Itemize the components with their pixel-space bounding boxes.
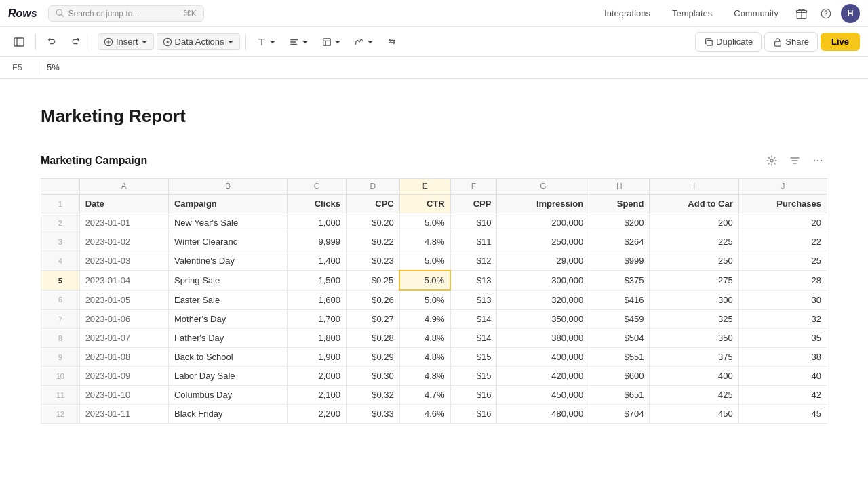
cpc-cell[interactable]: $0.29 (346, 348, 399, 367)
table-row[interactable]: 2 2023-01-01 New Year's Sale 1,000 $0.20… (41, 214, 827, 232)
clicks-col-header[interactable]: Clicks (287, 195, 346, 214)
toggle-sidebar-button[interactable] (8, 34, 30, 50)
ctr-col-header[interactable]: CTR (399, 195, 450, 214)
impression-cell[interactable]: 200,000 (497, 214, 589, 232)
impression-cell[interactable]: 300,000 (497, 270, 589, 290)
col-header-g[interactable]: G (497, 179, 589, 195)
col-header-d[interactable]: D (346, 179, 399, 195)
addtocar-cell[interactable]: 250 (650, 251, 738, 271)
campaign-cell[interactable]: Valentine's Day (168, 251, 287, 271)
impression-cell[interactable]: 29,000 (497, 251, 589, 271)
table-row[interactable]: 7 2023-01-06 Mother's Day 1,700 $0.27 4.… (41, 310, 827, 329)
col-header-j[interactable]: J (738, 179, 827, 195)
impression-cell[interactable]: 250,000 (497, 232, 589, 251)
ctr-cell[interactable]: 4.8% (399, 329, 450, 348)
campaign-cell[interactable]: Easter Sale (168, 290, 287, 310)
addtocar-cell[interactable]: 275 (650, 270, 738, 290)
addtocar-cell[interactable]: 400 (650, 367, 738, 386)
ctr-cell[interactable]: 4.6% (399, 405, 450, 424)
table-row[interactable]: 3 2023-01-02 Winter Clearanc 9,999 $0.22… (41, 232, 827, 251)
date-cell[interactable]: 2023-01-10 (79, 386, 168, 405)
transform-button[interactable] (382, 35, 402, 49)
purchases-cell[interactable]: 25 (738, 251, 827, 271)
col-header-i[interactable]: I (650, 179, 738, 195)
spend-cell[interactable]: $264 (589, 232, 650, 251)
ctr-cell[interactable]: 5.0% (399, 290, 450, 310)
table-row[interactable]: 6 2023-01-05 Easter Sale 1,600 $0.26 5.0… (41, 290, 827, 310)
purchases-cell[interactable]: 22 (738, 232, 827, 251)
cpp-cell[interactable]: $14 (450, 329, 497, 348)
impression-cell[interactable]: 450,000 (497, 386, 589, 405)
cpc-cell[interactable]: $0.26 (346, 290, 399, 310)
spend-cell[interactable]: $504 (589, 329, 650, 348)
cpp-cell[interactable]: $15 (450, 348, 497, 367)
clicks-cell[interactable]: 9,999 (287, 232, 346, 251)
duplicate-button[interactable]: Duplicate (695, 32, 762, 52)
addtocar-col-header[interactable]: Add to Car (650, 195, 738, 214)
addtocar-cell[interactable]: 325 (650, 310, 738, 329)
ctr-cell[interactable]: 5.0% (399, 251, 450, 271)
impression-col-header[interactable]: Impression (497, 195, 589, 214)
purchases-cell[interactable]: 32 (738, 310, 827, 329)
clicks-cell[interactable]: 1,000 (287, 214, 346, 232)
col-header-e[interactable]: E (399, 179, 450, 195)
purchases-cell[interactable]: 45 (738, 405, 827, 424)
help-icon-btn[interactable] (816, 4, 835, 23)
addtocar-cell[interactable]: 375 (650, 348, 738, 367)
impression-cell[interactable]: 400,000 (497, 348, 589, 367)
col-header-c[interactable]: C (287, 179, 346, 195)
cpc-cell[interactable]: $0.22 (346, 232, 399, 251)
spend-cell[interactable]: $375 (589, 270, 650, 290)
cpc-cell[interactable]: $0.27 (346, 310, 399, 329)
ctr-cell[interactable]: 4.8% (399, 232, 450, 251)
date-cell[interactable]: 2023-01-09 (79, 367, 168, 386)
spend-cell[interactable]: $600 (589, 367, 650, 386)
addtocar-cell[interactable]: 300 (650, 290, 738, 310)
redo-button[interactable] (65, 34, 86, 49)
ctr-cell[interactable]: 4.9% (399, 310, 450, 329)
cpc-cell[interactable]: $0.20 (346, 214, 399, 232)
chart-button[interactable] (349, 35, 379, 49)
ctr-cell[interactable]: 5.0% (399, 270, 450, 290)
addtocar-cell[interactable]: 225 (650, 232, 738, 251)
campaign-cell[interactable]: New Year's Sale (168, 214, 287, 232)
spend-cell[interactable]: $459 (589, 310, 650, 329)
share-button[interactable]: Share (764, 32, 818, 52)
align-button[interactable] (284, 35, 314, 49)
date-cell[interactable]: 2023-01-02 (79, 232, 168, 251)
campaign-cell[interactable]: Back to School (168, 348, 287, 367)
date-cell[interactable]: 2023-01-05 (79, 290, 168, 310)
cpc-cell[interactable]: $0.25 (346, 270, 399, 290)
search-bar[interactable]: Search or jump to... ⌘K (48, 5, 204, 22)
impression-cell[interactable]: 320,000 (497, 290, 589, 310)
date-cell[interactable]: 2023-01-01 (79, 214, 168, 232)
purchases-cell[interactable]: 20 (738, 214, 827, 232)
spend-cell[interactable]: $651 (589, 386, 650, 405)
cpc-col-header[interactable]: CPC (346, 195, 399, 214)
cpp-cell[interactable]: $12 (450, 251, 497, 271)
date-cell[interactable]: 2023-01-06 (79, 310, 168, 329)
table-row[interactable]: 8 2023-01-07 Father's Day 1,800 $0.28 4.… (41, 329, 827, 348)
text-format-button[interactable] (252, 35, 281, 49)
clicks-cell[interactable]: 1,900 (287, 348, 346, 367)
clicks-cell[interactable]: 1,700 (287, 310, 346, 329)
purchases-cell[interactable]: 42 (738, 386, 827, 405)
cpp-cell[interactable]: $10 (450, 214, 497, 232)
cell-format-button[interactable] (317, 35, 347, 49)
avatar[interactable]: H (841, 4, 860, 23)
impression-cell[interactable]: 420,000 (497, 367, 589, 386)
campaign-cell[interactable]: Father's Day (168, 329, 287, 348)
cpp-col-header[interactable]: CPP (450, 195, 497, 214)
cpp-cell[interactable]: $15 (450, 367, 497, 386)
impression-cell[interactable]: 480,000 (497, 405, 589, 424)
purchases-cell[interactable]: 38 (738, 348, 827, 367)
cpp-cell[interactable]: $14 (450, 310, 497, 329)
spend-col-header[interactable]: Spend (589, 195, 650, 214)
col-header-a[interactable]: A (79, 179, 168, 195)
date-cell[interactable]: 2023-01-03 (79, 251, 168, 271)
date-cell[interactable]: 2023-01-07 (79, 329, 168, 348)
table-row[interactable]: 5 2023-01-04 Spring Sale 1,500 $0.25 5.0… (41, 270, 827, 290)
table-row[interactable]: 4 2023-01-03 Valentine's Day 1,400 $0.23… (41, 251, 827, 271)
date-cell[interactable]: 2023-01-04 (79, 270, 168, 290)
col-header-b[interactable]: B (168, 179, 287, 195)
